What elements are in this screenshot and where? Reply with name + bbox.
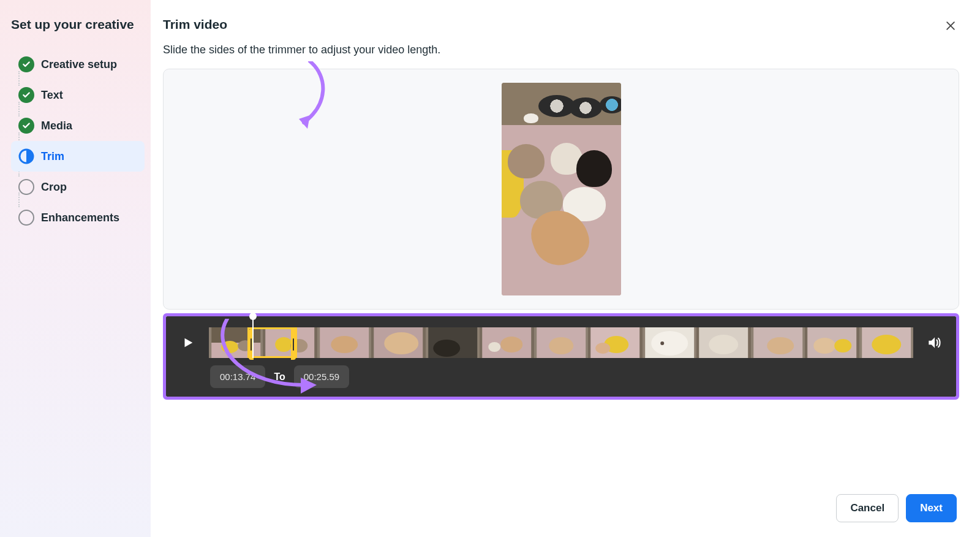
sidebar-step-text[interactable]: Text — [11, 80, 145, 110]
timeline-frame[interactable] — [480, 327, 533, 358]
playhead[interactable] — [252, 315, 254, 358]
video-preview[interactable] — [502, 83, 621, 295]
trim-handle-right[interactable] — [291, 329, 296, 360]
trim-start-time[interactable]: 00:13.74 — [210, 365, 265, 388]
footer-actions: Cancel Next — [163, 482, 959, 537]
step-label: Creative setup — [41, 58, 117, 71]
sidebar-step-trim[interactable]: Trim — [11, 141, 145, 172]
svg-point-14 — [385, 332, 419, 354]
step-label: Trim — [41, 150, 64, 163]
svg-point-29 — [709, 335, 738, 354]
sidebar-step-media[interactable]: Media — [11, 110, 145, 141]
page-description: Slide the sides of the trimmer to adjust… — [163, 44, 959, 56]
svg-point-16 — [433, 340, 460, 357]
timeline-frame[interactable] — [696, 327, 750, 358]
timeline-frame[interactable] — [371, 327, 425, 358]
svg-point-36 — [872, 335, 901, 354]
sidebar-title: Set up your creative — [11, 17, 145, 32]
close-icon — [944, 20, 957, 32]
svg-point-9 — [276, 337, 293, 352]
play-icon — [181, 336, 195, 349]
svg-point-12 — [331, 336, 358, 353]
check-icon — [18, 118, 34, 134]
timeline-frame[interactable] — [859, 327, 913, 358]
steps-list: Creative setup Text Media Trim — [11, 49, 145, 233]
svg-point-31 — [767, 337, 794, 354]
next-button[interactable]: Next — [906, 494, 957, 522]
video-preview-area — [163, 69, 959, 310]
play-button[interactable] — [178, 333, 198, 352]
timeline-frame[interactable] — [751, 327, 805, 358]
svg-point-26 — [651, 331, 688, 356]
timeline-track-row — [178, 327, 944, 358]
timeline-frame[interactable] — [534, 327, 588, 358]
svg-point-34 — [834, 339, 851, 352]
timeline-frame[interactable] — [209, 327, 263, 358]
step-label: Text — [41, 89, 63, 102]
check-icon — [18, 87, 34, 103]
timeline-frame[interactable] — [426, 327, 480, 358]
timeline-highlight: 00:13.74 To 00:25.59 — [163, 313, 959, 400]
trim-to-label: To — [274, 371, 285, 383]
timeline-track[interactable] — [209, 327, 913, 358]
svg-point-33 — [813, 338, 835, 354]
volume-icon — [926, 335, 942, 351]
empty-circle-icon — [18, 179, 34, 195]
svg-point-27 — [660, 341, 664, 345]
timeline-frame[interactable] — [805, 327, 859, 358]
svg-point-18 — [501, 337, 523, 352]
check-icon — [18, 56, 34, 72]
step-label: Crop — [41, 181, 67, 194]
volume-button[interactable] — [924, 333, 944, 352]
svg-marker-3 — [185, 338, 193, 348]
close-button[interactable] — [942, 17, 959, 36]
trim-end-time[interactable]: 00:25.59 — [294, 365, 349, 388]
playhead-dot — [249, 313, 257, 320]
timeline-time-row: 00:13.74 To 00:25.59 — [178, 365, 944, 388]
sidebar: Set up your creative Creative setup Text… — [0, 0, 151, 537]
svg-point-19 — [489, 342, 501, 352]
half-circle-icon — [18, 148, 34, 164]
timeline-frame[interactable] — [588, 327, 642, 358]
cancel-button[interactable]: Cancel — [836, 494, 899, 522]
timeline-frame[interactable] — [317, 327, 371, 358]
step-label: Enhancements — [41, 211, 119, 224]
step-label: Media — [41, 120, 72, 132]
sidebar-step-enhancements[interactable]: Enhancements — [11, 202, 145, 233]
sidebar-step-creative-setup[interactable]: Creative setup — [11, 49, 145, 80]
svg-point-21 — [549, 337, 573, 354]
page-title: Trim video — [163, 17, 227, 32]
timeline-frame[interactable] — [263, 327, 317, 358]
timeline: 00:13.74 To 00:25.59 — [166, 316, 956, 397]
main-panel: Trim video Slide the sides of the trimme… — [151, 0, 980, 537]
main-header: Trim video — [163, 17, 959, 36]
svg-point-24 — [596, 343, 611, 354]
sidebar-step-crop[interactable]: Crop — [11, 172, 145, 202]
svg-point-6 — [221, 341, 238, 353]
timeline-frame[interactable] — [643, 327, 696, 358]
empty-circle-icon — [18, 210, 34, 226]
